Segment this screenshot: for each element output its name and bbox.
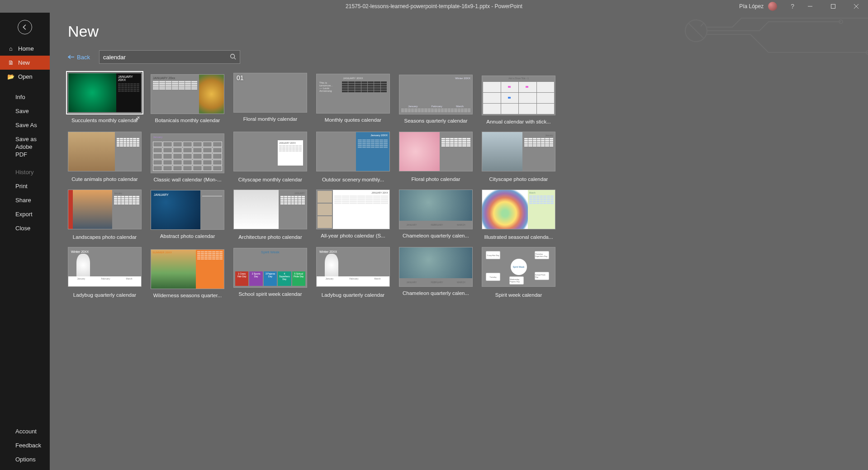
template-thumbnail: JANUARY 20xx [151, 74, 224, 114]
search-icon[interactable] [230, 53, 236, 61]
open-icon: 📂 [7, 73, 14, 80]
template-grid: JANUARY 20XXSucculents monthly calendarJ… [68, 73, 638, 298]
template-thumbnail: SUMMER 20XX [151, 249, 224, 289]
sidebar-item-share[interactable]: Share [0, 193, 50, 207]
username-text: Pía López [739, 3, 764, 9]
template-thumbnail: 01······································… [233, 73, 307, 113]
template-thumbnail: JANUARY 20XX [68, 132, 142, 171]
maximize-button[interactable] [823, 0, 843, 13]
svg-rect-2 [831, 5, 835, 9]
template-label: Landscapes photo calendar [68, 231, 142, 240]
sidebar-item-new[interactable]: 🗎 New [0, 56, 50, 70]
template-label: Cityscape monthly calendar [233, 173, 307, 182]
back-arrow-icon [68, 55, 74, 59]
template-thumbnail: Spirit Week1 Crazy Hair Day2 Sports Day3… [233, 248, 307, 288]
back-button[interactable] [0, 13, 50, 42]
sidebar-item-save[interactable]: Save [0, 104, 50, 118]
template-label: Abstract photo calendar [151, 230, 224, 239]
template-card[interactable]: JANUARY 20XXFloral photo calendar [399, 132, 473, 182]
template-card[interactable]: Spirit Week1 Crazy Hair Day2 Sports Day3… [233, 247, 307, 298]
template-label: Chameleon quarterly calen... [399, 287, 473, 296]
sidebar-item-export[interactable]: Export [0, 207, 50, 221]
template-label: Illustrated seasonal calenda... [482, 231, 555, 240]
template-card[interactable]: SUMMER 20XXWilderness seasons quarter... [151, 247, 224, 298]
template-card[interactable]: JANUARY 20XXCityscape monthly calendar [233, 132, 307, 182]
template-label: School spirit week calendar [233, 288, 307, 297]
backstage-sidebar: ⌂ Home 🗎 New 📂 Open InfoSaveSave AsSave … [0, 13, 50, 470]
back-arrow-icon [22, 24, 28, 30]
sidebar-footer-options[interactable]: Options [0, 452, 50, 466]
sidebar-item-save-as-adobe-pdf[interactable]: Save as Adobe PDF [0, 132, 50, 162]
template-label: Succulents monthly calendar [68, 114, 142, 123]
template-thumbnail: Add a Show Title - 1 [482, 76, 555, 115]
template-card[interactable]: JanuaryClassic wall calendar (Mon-... [151, 132, 224, 182]
template-card[interactable]: JANUARYnotesAbstract photo calendar [151, 190, 224, 240]
help-icon[interactable]: ? [788, 3, 797, 10]
template-label: Ladybug quarterly calendar [68, 289, 142, 298]
template-label: Monthly quotes calendar [316, 114, 390, 123]
template-card[interactable]: JANUARY 20XXCute animals photo calendar [68, 132, 142, 182]
content-area: New Back JANUARY 20XXSucculents monthly … [50, 13, 868, 470]
sidebar-item-home[interactable]: ⌂ Home [0, 42, 50, 56]
sidebar-footer-account[interactable]: Account [0, 424, 50, 438]
ribbon-display-icon[interactable] [780, 3, 785, 10]
close-button[interactable] [846, 0, 866, 13]
sidebar-item-save-as[interactable]: Save As [0, 118, 50, 132]
template-thumbnail: JANUARY 20XX [233, 132, 307, 171]
template-card[interactable]: MarchIllustrated seasonal calenda... [482, 190, 555, 240]
titlebar-right: Pía López ? [739, 0, 868, 13]
template-thumbnail: Winter 20XXJanuaryFebruaryMarch [399, 75, 473, 114]
search-input[interactable] [103, 54, 230, 61]
sidebar-item-print[interactable]: Print [0, 179, 50, 193]
template-card[interactable]: JanuaryLandscapes photo calendar [68, 190, 142, 240]
template-card[interactable]: Winter 20XXJanuaryFebruaryMarchLadybug q… [68, 247, 142, 298]
template-card[interactable]: January 20XXOutdoor scenery monthly... [316, 132, 390, 182]
template-thumbnail: March [482, 190, 555, 229]
sidebar-item-open[interactable]: 📂 Open [0, 70, 50, 84]
template-thumbnail: JANUARYnotes [151, 190, 224, 230]
sidebar-item-info[interactable]: Info [0, 90, 50, 104]
template-card[interactable]: Winter 20XXJanuaryFebruaryMarchSeasons q… [399, 73, 473, 124]
sidebar-label: Home [18, 45, 34, 52]
template-card[interactable]: JANUARY 20XXThis is tomorrow...— Louis A… [316, 73, 390, 124]
sidebar-label: Open [18, 73, 33, 80]
template-thumbnail: January [482, 132, 555, 171]
template-thumbnail: January [151, 133, 224, 173]
template-card[interactable]: JANUARYArchitecture photo calendar [233, 190, 307, 240]
user-avatar[interactable] [768, 2, 777, 11]
template-card[interactable]: JanuaryCityscape photo calendar [482, 132, 555, 182]
sidebar-item-history: History [0, 165, 50, 179]
template-thumbnail: JANUARYFEBRUARYMARCH [399, 190, 473, 229]
sidebar-item-close[interactable]: Close [0, 221, 50, 235]
template-thumbnail: JANUARY 20XX [399, 132, 473, 171]
template-label: Ladybug quarterly calendar [316, 289, 390, 298]
template-card[interactable]: Winter 20XXJanuaryFebruaryMarchLadybug q… [316, 247, 390, 298]
template-thumbnail: Winter 20XXJanuaryFebruaryMarch [68, 247, 142, 287]
new-icon: 🗎 [7, 59, 14, 66]
template-thumbnail: Winter 20XXJanuaryFebruaryMarch [316, 247, 390, 287]
template-card[interactable]: Add a Show Title - 1Annual calendar with… [482, 73, 555, 124]
template-card[interactable]: JANUARY 20XXSucculents monthly calendar [68, 73, 142, 124]
svg-point-7 [866, 51, 868, 54]
template-label: Cityscape photo calendar [482, 173, 555, 182]
template-label: Cute animals photo calendar [68, 173, 142, 182]
minimize-button[interactable] [800, 0, 820, 13]
sidebar-footer-feedback[interactable]: Feedback [0, 438, 50, 452]
template-search-box[interactable] [99, 50, 240, 64]
svg-line-9 [234, 57, 236, 59]
template-label: Outdoor scenery monthly... [316, 173, 390, 182]
search-row: Back [68, 50, 850, 64]
template-card[interactable]: Spirit WeekCrazy Hair DayTuesdayWednesda… [482, 247, 555, 298]
template-card[interactable]: JANUARY 20XXAll-year photo calendar (S..… [316, 190, 390, 240]
template-thumbnail: JANUARYFEBRUARYMARCH [399, 247, 473, 287]
template-thumbnail: January [68, 190, 142, 229]
template-label: Annual calendar with stick... [482, 115, 555, 124]
back-link[interactable]: Back [68, 54, 90, 61]
template-card[interactable]: JANUARY 20xxBotanicals monthly calendar [151, 73, 224, 124]
template-label: Wilderness seasons quarter... [151, 289, 224, 298]
back-link-text: Back [77, 54, 90, 61]
filename-text: 21575-02-lessons-learned-powerpoint-temp… [346, 3, 490, 9]
template-card[interactable]: JANUARYFEBRUARYMARCHChameleon quarterly … [399, 247, 473, 298]
template-card[interactable]: 01······································… [233, 73, 307, 124]
template-card[interactable]: JANUARYFEBRUARYMARCHChameleon quarterly … [399, 190, 473, 240]
